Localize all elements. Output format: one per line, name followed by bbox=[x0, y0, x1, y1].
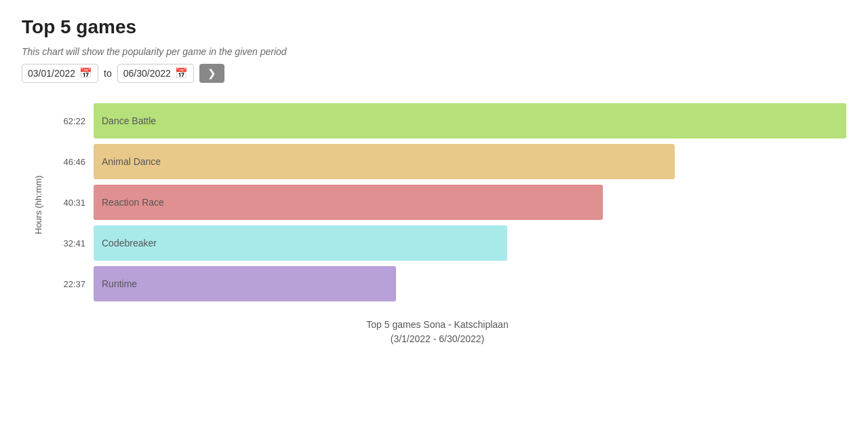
chart-caption: Top 5 games Sona - Katschiplaan (3/1/202… bbox=[28, 318, 846, 346]
bar-value-label: 62:22 bbox=[50, 116, 85, 126]
bar-reaction-race: Reaction Race bbox=[94, 185, 603, 220]
bar-value-label: 40:31 bbox=[50, 198, 85, 208]
date-controls: 03/01/2022 📅 to 06/30/2022 📅 ❯ bbox=[22, 64, 846, 83]
bar-row: 22:37Runtime bbox=[50, 266, 846, 301]
page-title: Top 5 games bbox=[22, 16, 846, 38]
go-button[interactable]: ❯ bbox=[199, 64, 224, 83]
calendar-from-icon[interactable]: 📅 bbox=[79, 67, 92, 79]
caption-line1: Top 5 games Sona - Katschiplaan bbox=[28, 318, 846, 332]
caption-line2: (3/1/2022 - 6/30/2022) bbox=[28, 332, 846, 346]
bar-row: 40:31Reaction Race bbox=[50, 185, 846, 220]
bar-value-label: 22:37 bbox=[50, 279, 85, 289]
chart-container: Hours (hh:mm) 62:22Dance Battle46:46Anim… bbox=[28, 103, 846, 307]
bar-value-label: 46:46 bbox=[50, 157, 85, 167]
bar-row: 62:22Dance Battle bbox=[50, 103, 846, 138]
bar-row: 46:46Animal Dance bbox=[50, 144, 846, 179]
to-label: to bbox=[104, 68, 112, 79]
date-to-value: 06/30/2022 bbox=[123, 68, 171, 79]
bar-animal-dance: Animal Dance bbox=[94, 144, 675, 179]
bar-value-label: 32:41 bbox=[50, 238, 85, 248]
date-from-input[interactable]: 03/01/2022 📅 bbox=[22, 64, 98, 83]
bar-dance-battle: Dance Battle bbox=[94, 103, 846, 138]
chart-area: Hours (hh:mm) 62:22Dance Battle46:46Anim… bbox=[28, 103, 846, 346]
bar-runtime: Runtime bbox=[94, 266, 396, 301]
bar-row: 32:41Codebreaker bbox=[50, 225, 846, 261]
calendar-to-icon[interactable]: 📅 bbox=[175, 67, 188, 79]
bar-codebreaker: Codebreaker bbox=[94, 225, 507, 261]
date-to-input[interactable]: 06/30/2022 📅 bbox=[117, 64, 194, 83]
date-from-value: 03/01/2022 bbox=[28, 68, 75, 79]
bars-section: 62:22Dance Battle46:46Animal Dance40:31R… bbox=[50, 103, 846, 307]
y-axis-label: Hours (hh:mm) bbox=[28, 103, 47, 307]
chart-subtitle: This chart will show the popularity per … bbox=[22, 46, 846, 57]
